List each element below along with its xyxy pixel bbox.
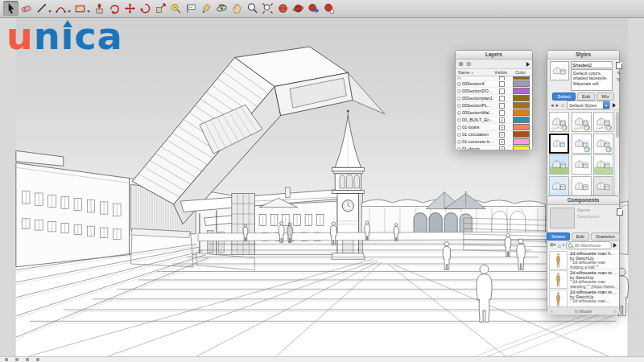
- visibility-checkbox[interactable]: ✓: [499, 139, 505, 145]
- style-thumbnail[interactable]: [572, 176, 592, 196]
- layer-color-swatch[interactable]: [513, 124, 530, 130]
- layer-color-swatch[interactable]: [513, 95, 530, 101]
- home-dropdown-icon[interactable]: ▾: [563, 244, 564, 248]
- tab-select[interactable]: Select: [547, 232, 570, 241]
- styles-scrollbar[interactable]: [614, 110, 619, 197]
- pan-tool[interactable]: [229, 1, 245, 16]
- active-layer-radio[interactable]: [457, 133, 461, 137]
- visibility-checkbox[interactable]: [499, 96, 505, 101]
- back-icon[interactable]: ◂: [551, 102, 554, 108]
- scale-tool[interactable]: [153, 1, 168, 16]
- column-name[interactable]: Name ∧: [458, 70, 494, 75]
- style-thumbnail[interactable]: [593, 154, 613, 175]
- components-panel-title[interactable]: Components: [547, 196, 619, 205]
- dimension-tool[interactable]: [184, 1, 199, 16]
- move-tool[interactable]: [122, 1, 138, 16]
- active-layer-radio[interactable]: [457, 118, 461, 122]
- push-pull-tool[interactable]: [92, 1, 107, 16]
- arc-tool[interactable]: [53, 1, 68, 16]
- follow-me-tool[interactable]: [107, 1, 122, 16]
- style-thumbnail[interactable]: [549, 134, 569, 154]
- tab-edit[interactable]: Edit: [572, 232, 589, 241]
- style-thumbnail[interactable]: [549, 176, 569, 196]
- layer-color-swatch[interactable]: [513, 138, 530, 145]
- style-thumbnail[interactable]: [549, 154, 569, 175]
- layer-row[interactable]: 00_BUILT_Enviro ✓: [456, 117, 532, 124]
- in-model-icon[interactable]: [617, 208, 623, 216]
- visibility-checkbox[interactable]: [499, 88, 505, 94]
- geolocation-icon[interactable]: [5, 358, 8, 361]
- add-location-tool[interactable]: [275, 1, 291, 16]
- active-layer-radio[interactable]: [457, 147, 461, 150]
- model-viewport[interactable]: unıca Layers ⊕ ⊖ Name ∧ Visible Color 00…: [0, 18, 644, 356]
- style-thumbnail[interactable]: [572, 112, 592, 132]
- tab-statistics[interactable]: Statistics: [591, 232, 620, 241]
- remove-layer-button[interactable]: ⊖: [466, 61, 472, 68]
- tab-edit[interactable]: Edit: [577, 93, 595, 101]
- layer-row[interactable]: 00SectionPLAND: [456, 102, 532, 109]
- home-icon[interactable]: ⌂: [561, 102, 564, 108]
- paint-bucket-tool[interactable]: [199, 1, 214, 16]
- column-color[interactable]: Color: [515, 70, 533, 75]
- layer-row[interactable]: 01-doors ✓: [456, 146, 532, 150]
- create-style-icon[interactable]: [616, 62, 622, 69]
- style-thumbnail[interactable]: [593, 112, 613, 132]
- zoom-extents-tool[interactable]: [260, 1, 275, 16]
- next-page-icon[interactable]: ▹: [614, 309, 617, 314]
- visibility-checkbox[interactable]: [499, 103, 505, 109]
- layer-row[interactable]: 01-boats ✓: [456, 124, 532, 131]
- eraser-tool[interactable]: [19, 1, 34, 16]
- layer-row[interactable]: 01-circulation ✓: [456, 131, 532, 138]
- visibility-checkbox[interactable]: [499, 110, 505, 116]
- orbit-tool[interactable]: [214, 1, 229, 16]
- style-thumbnail[interactable]: [549, 112, 569, 132]
- styles-panel-title[interactable]: Styles: [547, 51, 619, 60]
- component-list-item[interactable]: 2d silhouette man hol... by SketchUp " 2…: [547, 250, 619, 269]
- style-thumbnail[interactable]: [572, 134, 592, 154]
- visibility-checkbox[interactable]: ✓: [499, 132, 505, 138]
- tape-measure-tool[interactable]: [168, 1, 184, 16]
- column-visible[interactable]: Visible: [494, 70, 515, 75]
- components-search[interactable]: [566, 241, 612, 249]
- search-input[interactable]: [574, 243, 609, 248]
- select-tool[interactable]: [3, 1, 19, 16]
- styles-collection-dropdown[interactable]: Default Styles ▾: [567, 101, 610, 109]
- layer-color-swatch[interactable]: [513, 80, 530, 87]
- layer-row[interactable]: 00Sectionplan1: [456, 95, 532, 102]
- visibility-checkbox[interactable]: [499, 81, 505, 87]
- layer-color-swatch[interactable]: [513, 131, 530, 138]
- style-thumbnail[interactable]: [593, 134, 613, 154]
- components-details-button[interactable]: [613, 243, 617, 248]
- edit-style-icon[interactable]: ✎: [617, 71, 621, 76]
- layer-color-swatch[interactable]: [513, 102, 530, 109]
- layer-color-swatch[interactable]: [513, 88, 530, 94]
- style-name-input[interactable]: [571, 61, 613, 68]
- claim-model-icon[interactable]: [26, 358, 29, 361]
- visibility-checkbox[interactable]: ✓: [499, 117, 505, 123]
- home-icon[interactable]: ⌂: [557, 243, 560, 249]
- tab-mix[interactable]: Mix: [597, 93, 613, 101]
- tool-dropdown-caret[interactable]: [48, 10, 52, 13]
- layer-row[interactable]: 01-concrete-bldg ✓: [456, 138, 532, 146]
- tab-select[interactable]: Select: [552, 93, 576, 101]
- active-layer-radio[interactable]: [457, 140, 461, 144]
- active-layer-radio[interactable]: [457, 104, 461, 108]
- layer-color-swatch[interactable]: [513, 109, 530, 116]
- component-list-item[interactable]: 2d silhouette man sta... by SketchUp " 2…: [547, 289, 619, 306]
- dropdown-arrow-icon[interactable]: ▾: [603, 101, 609, 109]
- layer-color-swatch[interactable]: [513, 146, 530, 150]
- credits-icon[interactable]: [15, 358, 19, 361]
- visibility-checkbox[interactable]: ✓: [499, 146, 505, 150]
- forward-icon[interactable]: ▸: [556, 102, 559, 108]
- layer-row[interactable]: 00SectionDORM: [456, 88, 532, 95]
- active-layer-radio[interactable]: [457, 82, 461, 86]
- add-layer-button[interactable]: ⊕: [458, 61, 464, 68]
- layer-color-swatch[interactable]: [513, 117, 530, 123]
- layer-row[interactable]: 00SectionWalkwa: [456, 109, 532, 117]
- help-icon[interactable]: [36, 358, 39, 361]
- visibility-checkbox[interactable]: ✓: [499, 125, 505, 130]
- tool-dropdown-caret[interactable]: [68, 10, 71, 13]
- active-layer-radio[interactable]: [457, 97, 461, 101]
- layers-details-button[interactable]: [526, 62, 530, 67]
- style-thumbnail[interactable]: [593, 176, 613, 196]
